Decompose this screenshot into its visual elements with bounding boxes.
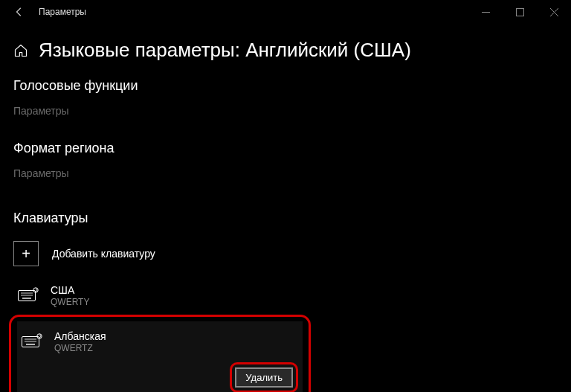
add-keyboard-button[interactable]: + Добавить клавиатуру	[13, 241, 558, 266]
keyboard-icon	[18, 287, 39, 305]
remove-highlight: Удалить	[230, 362, 298, 392]
title-bar: Параметры	[0, 0, 571, 24]
speech-heading: Голосовые функции	[13, 78, 558, 94]
region-settings-link[interactable]: Параметры	[13, 167, 69, 179]
page-title: Языковые параметры: Английский (США)	[39, 39, 411, 62]
close-button[interactable]	[537, 0, 571, 24]
window-controls	[468, 0, 571, 24]
keyboard-icon	[22, 333, 42, 351]
maximize-button[interactable]	[503, 0, 537, 24]
keyboard-layout: QWERTZ	[54, 343, 106, 353]
back-button[interactable]	[10, 3, 28, 21]
remove-button[interactable]: Удалить	[235, 367, 293, 388]
speech-settings-link[interactable]: Параметры	[13, 105, 69, 117]
keyboard-item-usa[interactable]: США QWERTY	[13, 280, 558, 315]
keyboard-name: США	[51, 284, 89, 297]
svg-rect-9	[22, 336, 39, 347]
page-header: Языковые параметры: Английский (США)	[13, 39, 558, 62]
plus-icon: +	[13, 241, 39, 266]
keyboard-item-albanian-selected: Албанская QWERTZ Удалить	[9, 315, 311, 392]
window-title: Параметры	[39, 7, 468, 17]
svg-rect-1	[516, 8, 523, 16]
minimize-button[interactable]	[468, 0, 503, 24]
keyboard-actions: Удалить	[20, 358, 303, 392]
region-heading: Формат региона	[13, 141, 558, 156]
home-icon[interactable]	[13, 43, 28, 58]
add-keyboard-label: Добавить клавиатуру	[52, 248, 155, 260]
keyboards-heading: Клавиатуры	[13, 211, 558, 226]
keyboard-item-albanian[interactable]: Албанская QWERTZ	[20, 326, 303, 358]
svg-rect-4	[19, 290, 36, 301]
keyboard-name: Албанская	[54, 330, 106, 343]
keyboard-layout: QWERTY	[51, 297, 89, 307]
content-area: Языковые параметры: Английский (США) Гол…	[0, 24, 571, 392]
